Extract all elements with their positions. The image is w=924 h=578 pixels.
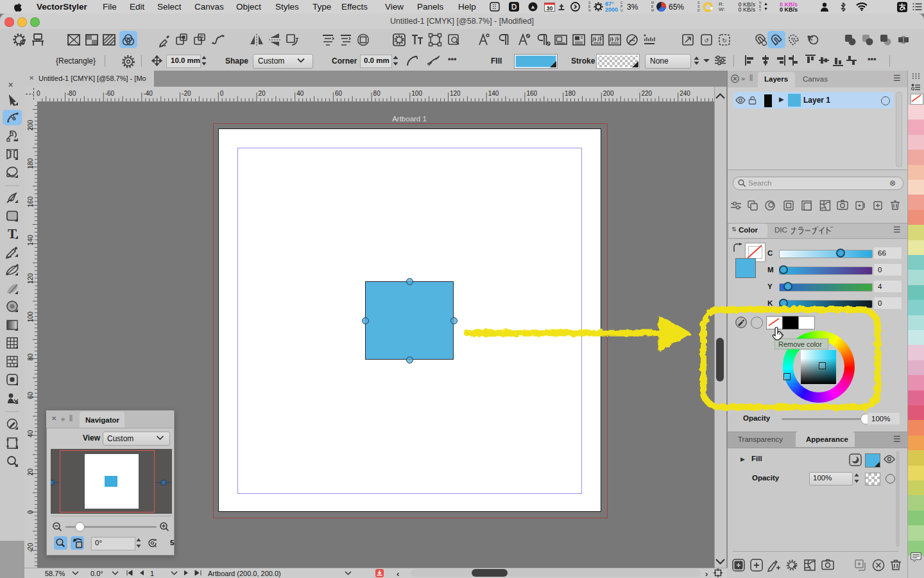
svg-text:160: 160: [27, 197, 34, 207]
svg-text:180: 180: [565, 90, 576, 97]
svg-text:200: 200: [27, 119, 34, 130]
svg-text:0: 0: [37, 90, 40, 97]
svg-text:40: 40: [296, 90, 304, 97]
svg-text:-20: -20: [182, 90, 191, 97]
svg-text:D: D: [511, 3, 517, 12]
svg-text:60: 60: [335, 90, 343, 97]
svg-text:100: 100: [411, 90, 422, 97]
svg-text:0: 0: [27, 510, 34, 514]
svg-text:180: 180: [27, 158, 34, 169]
svg-text:140: 140: [27, 234, 34, 245]
svg-text:↻: ↻: [722, 37, 727, 44]
svg-text:220: 220: [642, 90, 653, 97]
svg-text:-40: -40: [143, 90, 153, 97]
svg-text:-80: -80: [67, 90, 76, 97]
svg-text:120: 120: [27, 273, 34, 284]
svg-text:T: T: [8, 226, 17, 241]
svg-text:0: 0: [220, 90, 224, 97]
svg-text:60: 60: [27, 392, 34, 399]
svg-text:240: 240: [680, 90, 690, 97]
svg-text:140: 140: [488, 90, 499, 97]
svg-text:120: 120: [450, 90, 461, 97]
svg-text:20: 20: [259, 90, 266, 97]
svg-text:100: 100: [27, 311, 34, 322]
svg-text:↺: ↺: [704, 37, 709, 44]
svg-text:40: 40: [27, 430, 34, 437]
svg-text:200: 200: [603, 90, 614, 97]
svg-text:20: 20: [27, 468, 34, 476]
svg-text:80: 80: [27, 353, 34, 361]
svg-text:-60: -60: [105, 90, 115, 97]
svg-text:160: 160: [526, 90, 537, 97]
svg-text:-20: -20: [27, 543, 34, 552]
svg-text:80: 80: [373, 90, 381, 97]
svg-text:30: 30: [546, 5, 552, 12]
